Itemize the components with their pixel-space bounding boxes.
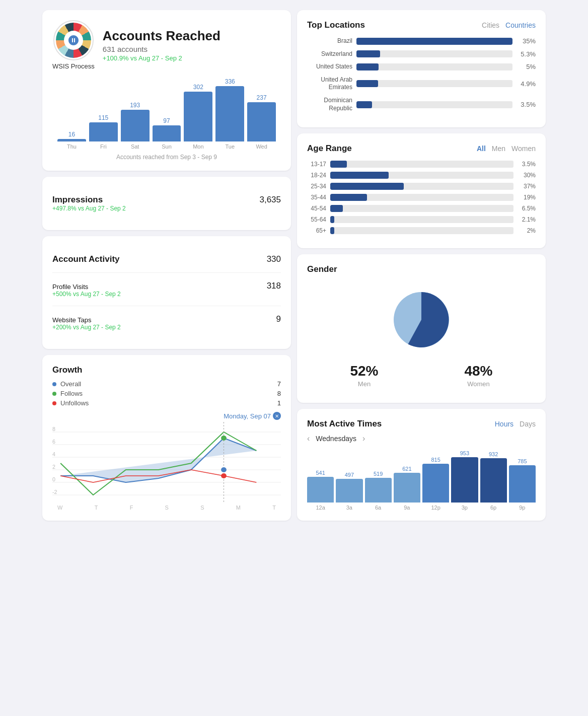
activity-item-value: 318 (267, 281, 281, 291)
active-bar-label: 6p (490, 505, 496, 511)
bar-fill (215, 86, 244, 141)
legend-dot (52, 401, 56, 405)
legend-label: Unfollows (60, 399, 89, 407)
x-label-s2: S (200, 505, 204, 511)
bar-group-sat: 193 Sat (121, 102, 150, 150)
age-row: 45-54 6.5% (307, 205, 536, 212)
active-bar-value: 785 (518, 458, 527, 464)
day-prev-button[interactable]: ‹ (307, 434, 310, 443)
active-bar-value: 815 (431, 457, 440, 463)
activity-item: Profile Visits +500% vs Aug 27 - Sep 2 3… (52, 273, 281, 306)
bar-value: 237 (257, 94, 267, 101)
location-bar-fill (356, 63, 379, 70)
age-tab-all[interactable]: All (477, 145, 486, 153)
times-tab-group: Hours Days (495, 420, 536, 428)
left-column: WSIS Process Accounts Reached 631 accoun… (42, 10, 291, 521)
bar-fill (247, 102, 276, 141)
accounts-change: +100.9% vs Aug 27 - Sep 2 (103, 54, 220, 62)
bar-value: 193 (130, 102, 140, 109)
active-bar-value: 541 (316, 470, 325, 476)
age-pct: 2.1% (518, 216, 536, 223)
age-range-label: 13-17 (307, 161, 326, 168)
age-pct: 3.5% (518, 161, 536, 168)
location-bar-fill (356, 101, 372, 108)
location-bar-track (356, 50, 512, 57)
x-label-s1: S (165, 505, 169, 511)
location-pct: 5.3% (517, 50, 536, 58)
age-bar-track (330, 216, 513, 223)
locations-tab-group: Cities Countries (482, 21, 536, 29)
bar-value: 336 (225, 78, 235, 85)
bar-fill (57, 139, 86, 141)
location-rows: Brazil 35% Switzerland 5.3% United State… (307, 37, 536, 112)
gender-chart: 52% Men 48% Women (307, 279, 536, 393)
chart-x-labels: W T F S S M T (52, 505, 281, 511)
wsis-label: WSIS Process (52, 62, 95, 70)
location-pct: 5% (517, 63, 536, 70)
bar-group-sun: 97 Sun (153, 117, 181, 150)
locations-title: Top Locations (307, 20, 365, 30)
pie-container (386, 284, 457, 355)
main-container: WSIS Process Accounts Reached 631 accoun… (42, 10, 546, 706)
tab-countries[interactable]: Countries (505, 21, 536, 29)
age-bar-fill (330, 205, 343, 212)
bar-group-fri: 115 Fri (89, 114, 118, 150)
age-bar-track (330, 227, 513, 234)
activity-item-value: 9 (276, 314, 281, 324)
active-bar (394, 473, 420, 503)
active-time-group: 497 3a (336, 472, 362, 511)
location-bar-track (356, 80, 512, 87)
x-label-t1: T (95, 505, 98, 511)
bar-label: Sat (131, 144, 139, 150)
impressions-change: +497.8% vs Aug 27 - Sep 2 (52, 205, 126, 212)
x-label-f: F (130, 505, 133, 511)
legend-item: Unfollows 1 (52, 399, 281, 407)
x-label-w: W (57, 505, 62, 511)
gender-men: 52% Men (350, 363, 378, 388)
locations-header: Top Locations Cities Countries (307, 20, 536, 30)
location-pct: 3.5% (517, 101, 536, 108)
location-row: United States 5% (307, 63, 536, 71)
legend-left: Follows (52, 390, 83, 397)
age-tab-women[interactable]: Women (511, 145, 536, 153)
bar-fill (153, 125, 181, 141)
bar-group-mon: 302 Mon (184, 84, 212, 150)
tab-days[interactable]: Days (520, 420, 536, 428)
tooltip-close-icon[interactable]: ✕ (273, 412, 281, 420)
active-time-group: 621 9a (394, 466, 420, 511)
legend-dot (52, 382, 56, 386)
age-header: Age Range All Men Women (307, 144, 536, 154)
accounts-title: Accounts Reached (103, 28, 220, 44)
accounts-count: 631 accounts (103, 45, 220, 53)
bar-value: 302 (193, 84, 203, 91)
most-active-times-card: Most Active Times Hours Days ‹ Wednesday… (297, 409, 546, 521)
age-pct: 30% (518, 172, 536, 179)
age-range-label: 18-24 (307, 172, 326, 179)
active-time-group: 953 3p (451, 450, 478, 511)
growth-tooltip: Monday, Sep 07 ✕ (52, 412, 281, 420)
times-title: Most Active Times (307, 419, 382, 429)
age-rows: 13-17 3.5% 18-24 30% 25-34 37% 35-44 19%… (307, 161, 536, 234)
active-bar (336, 479, 362, 503)
tab-hours[interactable]: Hours (495, 420, 513, 428)
legend-item: Follows 8 (52, 390, 281, 397)
svg-point-15 (221, 467, 227, 472)
location-row: Brazil 35% (307, 37, 536, 45)
x-label-m: M (236, 505, 241, 511)
active-bar-label: 3a (346, 505, 352, 511)
age-pct: 37% (518, 183, 536, 190)
active-time-group: 519 6a (365, 471, 392, 511)
active-bar-label: 6a (375, 505, 381, 511)
gender-title: Gender (307, 264, 536, 274)
location-row: United ArabEmirates 4.9% (307, 76, 536, 92)
age-bar-track (330, 205, 513, 212)
impressions-value: 3,635 (259, 195, 281, 205)
times-header: Most Active Times Hours Days (307, 419, 536, 429)
day-next-button[interactable]: › (362, 434, 365, 443)
active-bar-value: 621 (402, 466, 411, 472)
tab-cities[interactable]: Cities (482, 21, 499, 29)
age-row: 35-44 19% (307, 194, 536, 201)
activity-header-row: Account Activity 330 (52, 246, 281, 273)
bar-group-tue: 336 Tue (215, 78, 244, 150)
age-tab-men[interactable]: Men (492, 145, 505, 153)
